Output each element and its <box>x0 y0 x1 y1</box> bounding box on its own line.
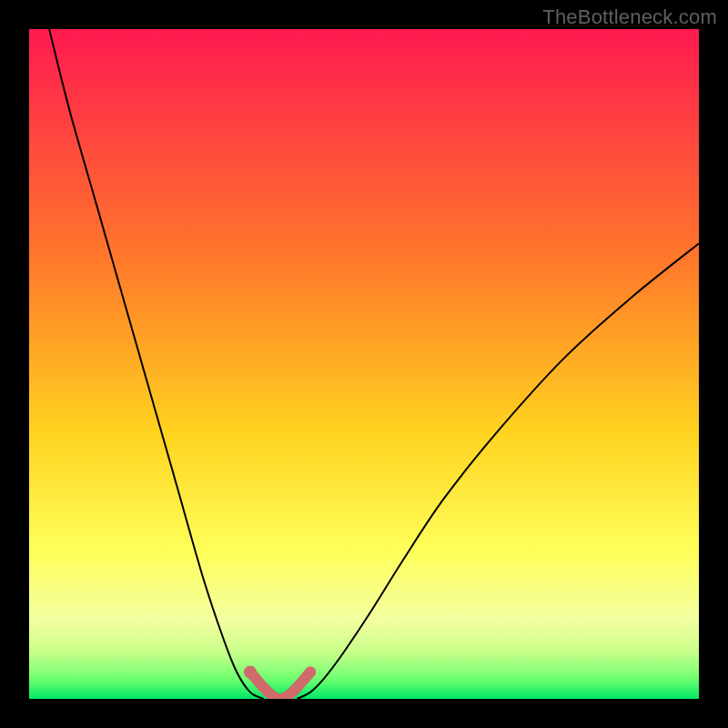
chart-frame: TheBottleneck.com <box>0 0 728 728</box>
highlight-endpoint-right <box>305 667 316 678</box>
watermark-text: TheBottleneck.com <box>542 5 717 29</box>
highlight-endpoint-left <box>244 666 257 679</box>
bottleneck-chart <box>29 29 699 699</box>
gradient-background <box>29 29 699 699</box>
